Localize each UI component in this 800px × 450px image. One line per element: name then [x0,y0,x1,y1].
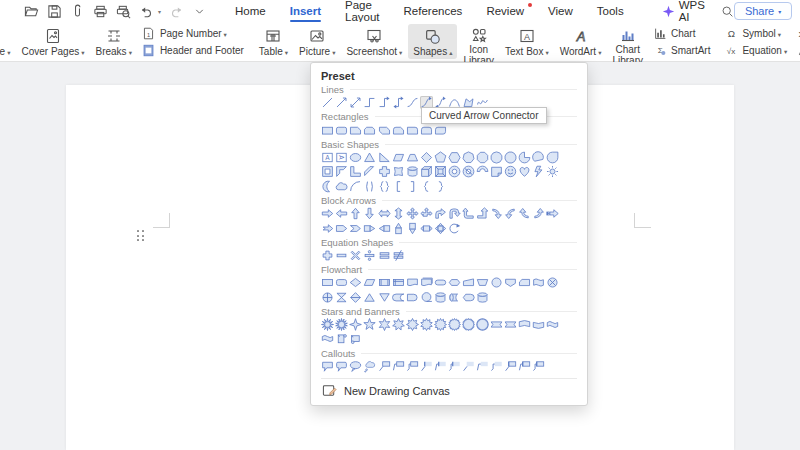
shape-database[interactable] [476,291,489,304]
sign-button[interactable]: Sign▾ [796,44,800,57]
shape-chord[interactable] [532,151,545,164]
shape-12-point-star[interactable] [434,318,447,331]
equation-button[interactable]: √x Equation▾ [724,44,787,57]
shape-10-point-star[interactable] [420,318,433,331]
shape-left-bracket[interactable] [391,180,404,193]
share-button[interactable]: Share▾ [734,2,792,20]
shape-line-callout-1-border-and-accent-bar[interactable] [504,360,517,373]
shape-merge[interactable] [377,291,390,304]
shape-double-arrow[interactable] [349,96,362,109]
shape-line-callout-1[interactable] [377,360,390,373]
shape-terminator[interactable] [434,276,447,289]
cover-pages-button[interactable]: Cover Pages▾ [16,24,89,59]
shape-folded-corner[interactable] [490,165,503,178]
shape-round-diagonal-corner-rectangle[interactable] [434,123,447,136]
shape-curved-connector[interactable] [405,96,418,109]
shape-round-single-corner-rectangle[interactable] [405,123,418,136]
shape-line-callout-2[interactable] [391,360,404,373]
redo-icon[interactable] [169,4,184,19]
shape-diamond[interactable] [420,151,433,164]
shape-preparation[interactable] [448,276,461,289]
shape-octagon[interactable] [476,151,489,164]
shape-dodecagon[interactable] [504,151,517,164]
shape-curved-up-arrow[interactable] [518,207,531,220]
shape-line-callout-1-no-border[interactable] [462,360,475,373]
shape-left-right-arrow[interactable] [377,207,390,220]
shape-direct-access-storage[interactable] [448,291,461,304]
shape-rounded-rectangular-callout[interactable] [335,360,348,373]
shape-cloud[interactable] [335,180,348,193]
open-folder-icon[interactable] [24,4,39,19]
shape-teardrop[interactable] [546,151,559,164]
new-drawing-canvas-button[interactable]: New Drawing Canvas [321,378,577,400]
shape-left-right-arrow-callout[interactable] [420,221,433,234]
shape-circular-arrow[interactable] [448,221,461,234]
tab-home[interactable]: Home [223,3,278,19]
tab-tools[interactable]: Tools [585,3,636,19]
shape-snip-same-side-corner-rectangle[interactable] [363,123,376,136]
shape-curved-down-arrow[interactable] [532,207,545,220]
shape-left-up-arrow[interactable] [462,207,475,220]
shape-curved-down-ribbon[interactable] [532,318,545,331]
shape-up-ribbon[interactable] [490,318,503,331]
shape-left-brace[interactable] [420,180,433,193]
shape-right-bracket[interactable] [405,180,418,193]
tab-view[interactable]: View [536,3,585,19]
shape-manual-input[interactable] [462,276,475,289]
shape-card[interactable] [518,276,531,289]
shape-32-point-star[interactable] [476,318,489,331]
shape-quad-arrow-callout[interactable] [434,221,447,234]
shape-line-callout-3[interactable] [405,360,418,373]
shape-elbow-connector[interactable] [363,96,376,109]
shape-manual-operation[interactable] [476,276,489,289]
shape-line-callout-2-accent-bar[interactable] [434,360,447,373]
shape-16-point-star[interactable] [448,318,461,331]
shape-off-page-connector[interactable] [504,276,517,289]
shape-alternate-process[interactable] [335,276,348,289]
wps-ai-button[interactable]: WPS AI [652,0,715,23]
print-icon[interactable] [93,4,108,19]
shape-stored-data[interactable] [391,291,404,304]
chart-library-button[interactable]: ChartLibrary [607,24,648,59]
shape-up-arrow[interactable] [349,207,362,220]
clip-icon[interactable] [70,4,85,19]
shape-rectangular-callout[interactable] [321,360,334,373]
shape-not-equal[interactable] [391,249,404,262]
shape-decision[interactable] [349,276,362,289]
shape-6-point-star[interactable] [377,318,390,331]
drag-handle[interactable] [137,230,145,243]
shape-down-ribbon[interactable] [504,318,517,331]
shape-7-point-star[interactable] [391,318,404,331]
shape-explosion-2[interactable] [335,318,348,331]
smartart-button[interactable]: Σ SmartArt [653,44,710,57]
tab-insert[interactable]: Insert [278,3,333,19]
shape-down-arrow[interactable] [363,207,376,220]
shape-snip-diagonal-corner-rectangle[interactable] [377,123,390,136]
wordart-button[interactable]: A WordArt▾ [555,24,607,59]
shape-line-callout-2-border-and-accent-bar[interactable] [518,360,531,373]
shape-heptagon[interactable] [462,151,475,164]
shape-left-arrow-callout[interactable] [377,221,390,234]
shape-can[interactable] [405,165,418,178]
shape-right-brace[interactable] [434,180,447,193]
shape-magnetic-disk[interactable] [434,291,447,304]
latex-button[interactable]: Σx LaTeX [796,27,800,40]
more-icon[interactable] [192,4,207,19]
shape-curved-left-arrow[interactable] [504,207,517,220]
shape-arrow[interactable] [335,96,348,109]
shape-division[interactable] [363,249,376,262]
shape-right-arrow-callout[interactable] [363,221,376,234]
tab-references[interactable]: References [392,3,475,19]
shape-line-callout-1-accent-bar[interactable] [420,360,433,373]
symbol-button[interactable]: Ω Symbol▾ [724,27,787,40]
shape-chevron[interactable] [349,221,362,234]
page-number-button[interactable]: 1 Page Number▾ [142,27,244,40]
shape-curved-right-arrow[interactable] [490,207,503,220]
search-icon[interactable] [721,4,734,19]
shape-punched-tape[interactable] [532,276,545,289]
shape-internal-storage[interactable] [391,276,404,289]
shape-multidocument[interactable] [420,276,433,289]
shape-line-callout-2-no-border[interactable] [476,360,489,373]
screenshot-button[interactable]: Screenshot▾ [341,24,407,59]
shape-rounded-rectangle[interactable] [335,123,348,136]
